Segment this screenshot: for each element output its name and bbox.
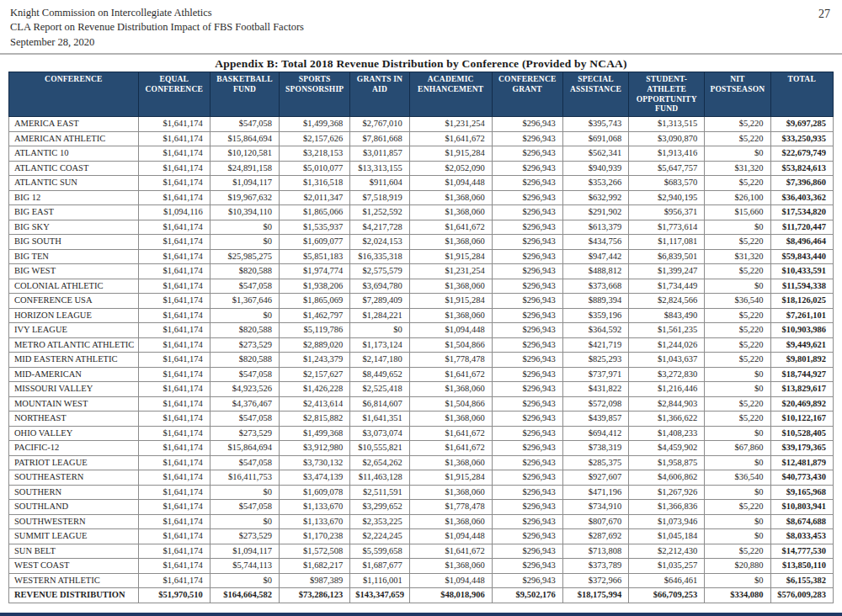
cell-nit-postseason: $0 xyxy=(705,529,770,544)
column-header-grants-in-aid: GRANTS IN AID xyxy=(350,72,409,117)
cell-special-assistance: $439,857 xyxy=(562,412,628,427)
cell-grants-in-aid: $7,518,919 xyxy=(350,190,409,205)
cell-basketball-fund: $25,985,275 xyxy=(210,249,279,264)
cell-equal-conference: $1,641,174 xyxy=(138,337,210,353)
cell-grants-in-aid: $2,654,262 xyxy=(350,455,409,470)
cell-special-assistance: $927,607 xyxy=(562,470,628,486)
conference-name: ATLANTIC 10 xyxy=(9,146,139,162)
cell-academic-enhancement: $1,368,060 xyxy=(409,308,492,323)
cell-basketball-fund: $4,923,526 xyxy=(210,382,279,397)
cell-nit-postseason: $0 xyxy=(705,220,770,235)
cell-nit-postseason: $5,220 xyxy=(705,544,770,559)
conference-name: NORTHEAST xyxy=(9,412,139,427)
cell-special-assistance: $353,266 xyxy=(562,176,628,191)
cell-academic-enhancement: $1,641,672 xyxy=(409,367,492,382)
cell-total: $59,843,440 xyxy=(770,249,833,264)
cell-nit-postseason: $5,220 xyxy=(705,337,770,353)
cell-equal-conference: $1,641,174 xyxy=(138,573,210,588)
cell-nit-postseason: $0 xyxy=(705,279,770,294)
conference-name: SUN BELT xyxy=(9,544,139,559)
cell-basketball-fund: $0 xyxy=(210,573,279,588)
cell-nit-postseason: $20,880 xyxy=(705,559,770,574)
cell-equal-conference: $1,641,174 xyxy=(138,249,210,264)
conference-name: MOUNTAIN WEST xyxy=(9,396,139,412)
cell-sports-sponsorship: $5,119,786 xyxy=(280,323,350,338)
cell-conference-grant: $296,943 xyxy=(492,337,562,353)
cell-total: $36,403,362 xyxy=(770,190,833,205)
cell-special-assistance: $613,379 xyxy=(562,220,628,235)
cell-student-athlete-opportunity-fund: $1,399,247 xyxy=(629,264,705,279)
cell-student-athlete-opportunity-fund: $956,371 xyxy=(629,205,705,220)
cell-equal-conference: $1,094,116 xyxy=(138,205,210,220)
cell-sports-sponsorship: $1,316,518 xyxy=(280,176,350,191)
cell-conference-grant: $296,943 xyxy=(492,131,562,146)
cell-basketball-fund: $10,394,110 xyxy=(210,205,279,220)
cell-conference-grant: $296,943 xyxy=(492,426,562,441)
cell-academic-enhancement: $1,641,672 xyxy=(409,544,492,559)
cell-basketball-fund: $0 xyxy=(210,308,279,323)
conference-name: BIG EAST xyxy=(9,205,139,220)
cell-academic-enhancement: $48,018,906 xyxy=(409,588,492,603)
total-row: REVENUE DISTRIBUTION$51,970,510$164,664,… xyxy=(9,588,834,603)
cell-total: $9,697,285 xyxy=(770,117,833,132)
conference-name: COLONIAL ATHLETIC xyxy=(9,279,139,294)
cell-special-assistance: $694,412 xyxy=(562,426,628,441)
cell-sports-sponsorship: $2,815,882 xyxy=(280,412,350,427)
table-header: CONFERENCEEQUAL CONFERENCEBASKETBALL FUN… xyxy=(9,72,834,117)
cell-student-athlete-opportunity-fund: $5,647,757 xyxy=(629,161,705,176)
column-header-student-athlete-opportunity-fund: STUDENT-ATHLETE OPPORTUNITY FUND xyxy=(629,72,705,117)
cell-student-athlete-opportunity-fund: $2,212,430 xyxy=(629,544,705,559)
cell-basketball-fund: $547,058 xyxy=(210,279,279,294)
table-row: PACIFIC-12$1,641,174$15,864,694$3,912,98… xyxy=(9,441,834,456)
conference-name: SOUTHEASTERN xyxy=(9,470,139,486)
cell-basketball-fund: $820,588 xyxy=(210,353,279,368)
cell-special-assistance: $421,719 xyxy=(562,337,628,353)
table-body: AMERICA EAST$1,641,174$547,058$1,499,368… xyxy=(9,117,834,603)
cell-student-athlete-opportunity-fund: $1,216,446 xyxy=(629,382,705,397)
cell-student-athlete-opportunity-fund: $1,313,515 xyxy=(629,117,705,132)
cell-conference-grant: $296,943 xyxy=(492,544,562,559)
cell-sports-sponsorship: $2,413,614 xyxy=(280,396,350,412)
cell-academic-enhancement: $1,915,284 xyxy=(409,146,492,162)
cell-grants-in-aid: $0 xyxy=(350,323,409,338)
cell-academic-enhancement: $1,094,448 xyxy=(409,529,492,544)
table-row: ATLANTIC SUN$1,641,174$1,094,117$1,316,5… xyxy=(9,176,834,191)
cell-nit-postseason: $5,220 xyxy=(705,176,770,191)
cell-nit-postseason: $334,080 xyxy=(705,588,770,603)
cell-nit-postseason: $5,220 xyxy=(705,117,770,132)
cell-academic-enhancement: $1,368,060 xyxy=(409,485,492,500)
cell-nit-postseason: $5,220 xyxy=(705,308,770,323)
cell-nit-postseason: $0 xyxy=(705,367,770,382)
cell-grants-in-aid: $7,861,668 xyxy=(350,131,409,146)
cell-special-assistance: $572,098 xyxy=(562,396,628,412)
cell-total: $9,801,892 xyxy=(770,353,833,368)
cell-equal-conference: $1,641,174 xyxy=(138,426,210,441)
conference-name: PATRIOT LEAGUE xyxy=(9,455,139,470)
page-header: Knight Commission on Intercollegiate Ath… xyxy=(0,0,842,50)
cell-special-assistance: $488,812 xyxy=(562,264,628,279)
table-row: PATRIOT LEAGUE$1,641,174$547,058$3,730,1… xyxy=(9,455,834,470)
cell-conference-grant: $296,943 xyxy=(492,205,562,220)
table-row: METRO ATLANTIC ATHLETIC$1,641,174$273,52… xyxy=(9,337,834,353)
table-row: BIG SKY$1,641,174$0$1,535,937$4,217,728$… xyxy=(9,220,834,235)
cell-basketball-fund: $19,967,632 xyxy=(210,190,279,205)
cell-grants-in-aid: $7,289,409 xyxy=(350,294,409,309)
cell-academic-enhancement: $1,368,060 xyxy=(409,205,492,220)
cell-special-assistance: $395,743 xyxy=(562,117,628,132)
table-row: MID-AMERICAN$1,641,174$547,058$2,157,627… xyxy=(9,367,834,382)
cell-special-assistance: $562,341 xyxy=(562,146,628,162)
table-row: MISSOURI VALLEY$1,641,174$4,923,526$1,42… xyxy=(9,382,834,397)
report-page: Knight Commission on Intercollegiate Ath… xyxy=(0,0,842,616)
cell-grants-in-aid: $4,217,728 xyxy=(350,220,409,235)
cell-student-athlete-opportunity-fund: $1,117,081 xyxy=(629,235,705,250)
cell-nit-postseason: $36,540 xyxy=(705,294,770,309)
revenue-distribution-table: CONFERENCEEQUAL CONFERENCEBASKETBALL FUN… xyxy=(8,72,834,603)
cell-basketball-fund: $1,094,117 xyxy=(210,544,279,559)
cell-student-athlete-opportunity-fund: $1,073,946 xyxy=(629,514,705,529)
cell-academic-enhancement: $1,504,866 xyxy=(409,396,492,412)
cell-academic-enhancement: $1,368,060 xyxy=(409,190,492,205)
cell-sports-sponsorship: $1,170,238 xyxy=(280,529,350,544)
table-row: BIG TEN$1,641,174$25,985,275$5,851,183$1… xyxy=(9,249,834,264)
table-row: SOUTHEASTERN$1,641,174$16,411,753$3,474,… xyxy=(9,470,834,486)
cell-sports-sponsorship: $3,912,980 xyxy=(280,441,350,456)
